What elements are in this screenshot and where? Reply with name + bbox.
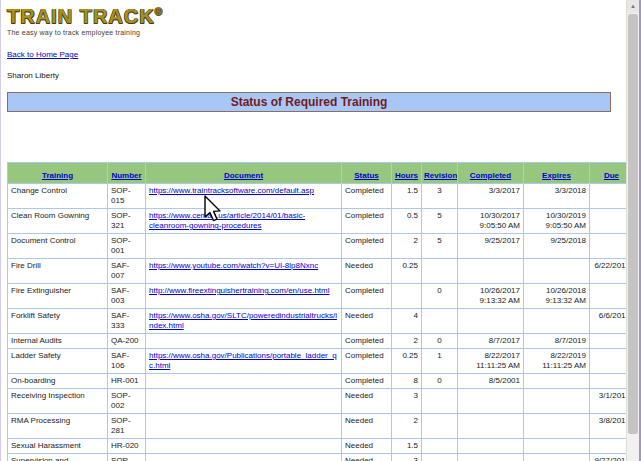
sort-link-expires[interactable]: Expires [542, 171, 571, 180]
logo-tagline: The easy way to track employee training [7, 29, 635, 36]
table-row: Internal Audits QA-200 Completed 2 0 8/7… [8, 334, 634, 349]
cell-status: Completed [342, 349, 392, 374]
sort-link-revision[interactable]: Revision [424, 171, 457, 180]
cell-status: Needed [342, 454, 392, 461]
table-row: Clean Room Gowning SOP-321 https://www.c… [8, 209, 634, 234]
vertical-scrollbar[interactable]: ▲ [626, 0, 639, 461]
table-row: Document Control SOP-001 Completed 2 5 9… [8, 234, 634, 259]
cell-completed [458, 389, 524, 414]
cell-expires: 10/26/2018 9:13:32 AM [524, 284, 590, 309]
logo-text: TRAIN TRACK [7, 5, 155, 27]
cell-document [146, 334, 342, 349]
scrollbar-up-arrow-icon[interactable]: ▲ [627, 0, 639, 13]
cell-number: SOP-281 [108, 414, 146, 439]
cell-revision [422, 439, 458, 454]
cell-training: Clean Room Gowning [8, 209, 108, 234]
sort-link-training[interactable]: Training [42, 171, 73, 180]
sort-link-hours[interactable]: Hours [395, 171, 418, 180]
cell-hours: 0.5 [392, 209, 422, 234]
cell-number: SAF-003 [108, 284, 146, 309]
registered-trademark-symbol: ® [155, 6, 162, 17]
cell-document [146, 439, 342, 454]
document-link[interactable]: http://www.fireextinguishertraining.com/… [149, 286, 330, 295]
table-row: Change Control SOP-015 https://www.train… [8, 184, 634, 209]
cell-completed [458, 439, 524, 454]
cell-status: Needed [342, 259, 392, 284]
document-link[interactable]: https://www.traintracksoftware.com/defau… [149, 186, 314, 195]
sort-link-document[interactable]: Document [224, 171, 263, 180]
cell-document [146, 374, 342, 389]
cell-document: https://www.osha.gov/Publications/portab… [146, 349, 342, 374]
cell-expires: 8/7/2019 [524, 334, 590, 349]
column-header-document: Document [146, 163, 342, 184]
cell-expires: 10/30/2019 9:05:50 AM [524, 209, 590, 234]
cell-number: SAF-007 [108, 259, 146, 284]
cell-revision [422, 259, 458, 284]
cell-completed: 10/30/2017 9:05:50 AM [458, 209, 524, 234]
cell-expires [524, 389, 590, 414]
sort-link-number[interactable]: Number [111, 171, 141, 180]
cell-number: SOP-321 [108, 209, 146, 234]
cell-number: HR-001 [108, 374, 146, 389]
table-header-row: Training Number Document Status Hours Re… [8, 163, 634, 184]
cell-status: Completed [342, 374, 392, 389]
cell-training: Forklift Safety [8, 309, 108, 334]
cell-training: Sexual Harassment [8, 439, 108, 454]
cell-expires: 8/22/2019 11:11:25 AM [524, 349, 590, 374]
cell-completed [458, 454, 524, 461]
cell-revision: 5 [422, 234, 458, 259]
cell-hours: 0.25 [392, 349, 422, 374]
cell-hours: 2 [392, 334, 422, 349]
sort-link-due[interactable]: Due [604, 171, 619, 180]
cell-training: Document Control [8, 234, 108, 259]
cell-training: On-boarding [8, 374, 108, 389]
cell-training: Fire Drill [8, 259, 108, 284]
cell-expires [524, 414, 590, 439]
cell-document: http://www.fireextinguishertraining.com/… [146, 284, 342, 309]
sort-link-completed[interactable]: Completed [470, 171, 511, 180]
cell-expires [524, 374, 590, 389]
page-title-banner: Status of Required Training [7, 92, 611, 112]
cell-completed: 8/22/2017 11:11:25 AM [458, 349, 524, 374]
cell-document [146, 454, 342, 461]
table-container: Training Number Document Status Hours Re… [7, 162, 635, 461]
column-header-expires: Expires [524, 163, 590, 184]
cell-hours: 4 [392, 309, 422, 334]
document-link[interactable]: https://www.youtube.com/watch?v=UI-8lp8N… [149, 261, 318, 270]
app-logo: TRAIN TRACK® The easy way to track emplo… [7, 5, 635, 36]
cell-status: Needed [342, 439, 392, 454]
table-row: Forklift Safety SAF-333 https://www.osha… [8, 309, 634, 334]
cell-revision: 0 [422, 284, 458, 309]
cell-status: Completed [342, 284, 392, 309]
cell-revision [422, 389, 458, 414]
document-link[interactable]: https://www.osha.gov/Publications/portab… [149, 351, 337, 370]
cell-revision [422, 454, 458, 461]
cell-training: Internal Audits [8, 334, 108, 349]
table-row: Ladder Safety SAF-106 https://www.osha.g… [8, 349, 634, 374]
cell-status: Completed [342, 209, 392, 234]
cell-status: Needed [342, 414, 392, 439]
cell-completed [458, 414, 524, 439]
cell-revision: 0 [422, 374, 458, 389]
back-to-home-link-top[interactable]: Back to Home Page [7, 50, 78, 59]
cell-document [146, 234, 342, 259]
document-link[interactable]: https://www.cemag.us/article/2014/01/bas… [149, 211, 305, 230]
training-status-table: Training Number Document Status Hours Re… [7, 162, 634, 461]
cell-expires [524, 309, 590, 334]
cell-completed [458, 259, 524, 284]
cell-number: HR-020 [108, 439, 146, 454]
scrollbar-thumb[interactable] [628, 14, 638, 434]
cell-training: Receiving Inspection [8, 389, 108, 414]
column-header-training: Training [8, 163, 108, 184]
cell-document: https://www.cemag.us/article/2014/01/bas… [146, 209, 342, 234]
cell-document: https://www.youtube.com/watch?v=UI-8lp8N… [146, 259, 342, 284]
cell-expires [524, 439, 590, 454]
cell-training: Fire Extinguisher [8, 284, 108, 309]
cell-status: Needed [342, 389, 392, 414]
table-row: Receiving Inspection SOP-002 Needed 3 3/… [8, 389, 634, 414]
document-link[interactable]: https://www.osha.gov/SLTC/poweredindustr… [149, 311, 337, 330]
cell-completed: 8/7/2017 [458, 334, 524, 349]
cell-document: https://www.osha.gov/SLTC/poweredindustr… [146, 309, 342, 334]
cell-document [146, 414, 342, 439]
sort-link-status[interactable]: Status [354, 171, 378, 180]
